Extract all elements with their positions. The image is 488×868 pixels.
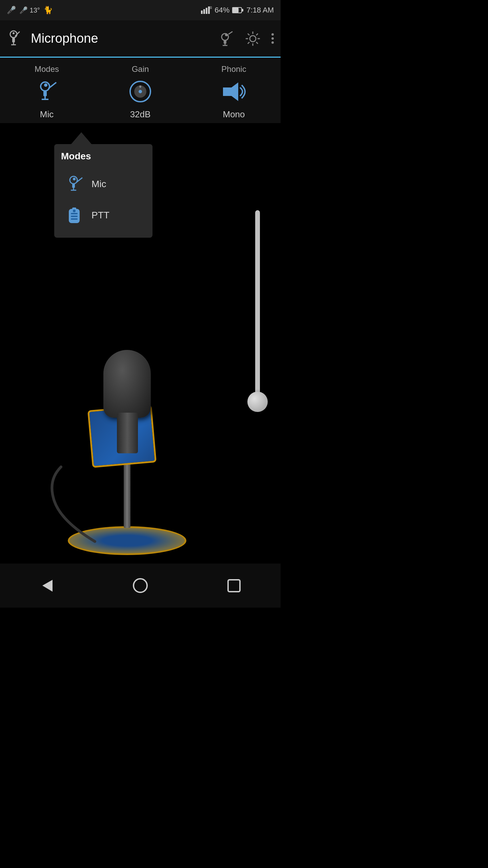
svg-point-20: [250, 36, 256, 42]
app-header: Microphone: [0, 20, 281, 58]
svg-point-45: [73, 178, 76, 180]
app-icon: [7, 29, 25, 48]
time-display: 7:18 AM: [246, 6, 274, 15]
svg-rect-7: [232, 8, 239, 13]
back-button[interactable]: [39, 578, 54, 593]
app-title: Microphone: [31, 31, 98, 46]
svg-line-19: [228, 32, 232, 34]
header-title-area: Microphone: [7, 29, 219, 48]
gain-label: Gain: [132, 64, 149, 74]
gain-value: 32dB: [130, 109, 151, 120]
slider-thumb[interactable]: [247, 392, 268, 412]
ptt-mode-label: PTT: [92, 210, 109, 221]
home-button[interactable]: [132, 577, 149, 594]
dropdown-item-ptt[interactable]: PTT: [61, 200, 146, 231]
phonic-label: Phonic: [221, 64, 246, 74]
dropdown-item-mic[interactable]: Mic: [61, 169, 146, 200]
modes-control[interactable]: Modes Mic: [33, 64, 60, 120]
status-left: 🎤 🎤 13° 🐈: [7, 6, 53, 15]
status-temp: 🎤 13°: [19, 6, 40, 14]
mic-mode-icon: [64, 174, 85, 194]
svg-point-39: [139, 85, 141, 87]
modes-dropdown: Modes Mic: [54, 132, 152, 238]
svg-point-37: [139, 90, 142, 93]
svg-rect-1: [203, 9, 205, 14]
svg-line-25: [248, 34, 249, 35]
modes-value: Mic: [40, 109, 54, 120]
mic-mode-label: Mic: [92, 179, 106, 190]
status-right: R 64% 7:18 AM: [201, 6, 274, 15]
svg-point-54: [134, 579, 147, 592]
mic-cable: [34, 447, 129, 555]
bottom-nav: [0, 564, 281, 608]
svg-rect-6: [242, 9, 243, 12]
ptt-mode-icon: [64, 205, 85, 225]
svg-marker-53: [42, 580, 53, 592]
svg-rect-0: [201, 11, 203, 14]
signal-icon: R: [201, 6, 212, 14]
modes-label: Modes: [35, 64, 59, 74]
mic-action-button[interactable]: [219, 31, 234, 46]
dropdown-title: Modes: [61, 151, 146, 162]
phonic-value: Mono: [223, 109, 245, 120]
phonic-control[interactable]: Phonic Mono: [220, 64, 247, 120]
svg-point-33: [44, 83, 47, 87]
dropdown-arrow: [71, 132, 92, 144]
status-animal-icon: 🐈: [43, 6, 53, 15]
svg-rect-49: [71, 216, 78, 217]
svg-line-26: [256, 42, 258, 44]
svg-rect-42: [72, 184, 75, 188]
svg-rect-30: [43, 91, 47, 96]
svg-point-52: [73, 210, 76, 212]
svg-marker-40: [223, 82, 238, 101]
more-options-button[interactable]: [271, 33, 274, 44]
svg-point-18: [225, 34, 228, 36]
header-actions: [219, 30, 274, 47]
gain-icon: [127, 78, 154, 105]
svg-point-12: [13, 32, 15, 34]
controls-row: Modes Mic Gain 32dB: [0, 58, 281, 123]
recents-button[interactable]: [226, 578, 242, 593]
phonic-icon: [220, 78, 247, 105]
svg-text:R: R: [210, 6, 212, 10]
status-mic-icon: 🎤: [7, 6, 16, 15]
gain-control[interactable]: Gain 32dB: [127, 64, 154, 120]
svg-rect-55: [228, 580, 240, 592]
svg-rect-9: [12, 38, 15, 42]
svg-rect-48: [71, 213, 78, 214]
battery-percent: 64%: [215, 6, 229, 15]
volume-slider[interactable]: [247, 197, 268, 407]
svg-rect-50: [71, 218, 78, 220]
svg-rect-15: [224, 40, 226, 44]
mic-head: [103, 350, 151, 418]
settings-button[interactable]: [244, 30, 261, 47]
slider-track: [255, 210, 260, 407]
svg-rect-2: [206, 8, 207, 14]
modes-icon: [33, 78, 60, 105]
svg-line-28: [248, 42, 249, 44]
battery-icon: [232, 7, 244, 14]
dropdown-box: Modes Mic: [54, 144, 152, 238]
status-bar: 🎤 🎤 13° 🐈 R 64% 7:18 AM: [0, 0, 281, 20]
svg-line-27: [256, 34, 258, 35]
